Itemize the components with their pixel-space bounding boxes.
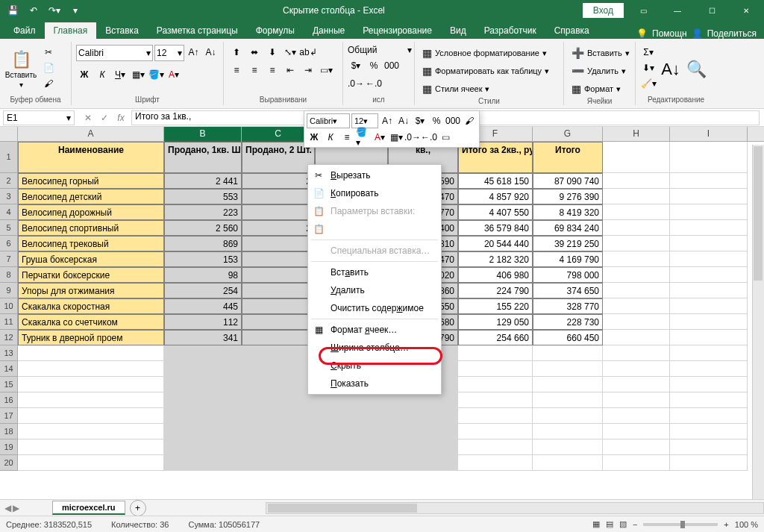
close-icon[interactable]: ✕ (731, 0, 761, 21)
borders-icon[interactable]: ▦▾ (130, 67, 146, 82)
cell[interactable] (458, 392, 533, 408)
cell[interactable]: Скакалка скоростная (18, 298, 164, 314)
cell[interactable] (533, 377, 603, 392)
cell[interactable] (670, 455, 748, 471)
cell[interactable]: Продано, 1кв. Шт. (164, 142, 242, 173)
share-icon[interactable]: 👤 (692, 28, 703, 39)
add-sheet-button[interactable]: + (130, 500, 146, 516)
cell[interactable] (670, 345, 748, 361)
ribbon-display-icon[interactable]: ▭ (628, 0, 658, 21)
cell[interactable] (315, 424, 388, 439)
cell[interactable]: 254 (164, 283, 242, 298)
orientation-icon[interactable]: ⤡▾ (282, 45, 298, 60)
cell[interactable]: 224 790 (458, 283, 533, 298)
col-header-g[interactable]: G (533, 127, 603, 141)
cell[interactable] (18, 361, 164, 377)
cell[interactable] (533, 408, 603, 424)
cm-clear[interactable]: Очистить содержимое (308, 299, 441, 317)
cell[interactable]: Велосипед спортивный (18, 220, 164, 236)
cell[interactable]: 553 (164, 189, 242, 204)
cell[interactable]: 69 834 240 (533, 220, 603, 236)
row-header[interactable]: 9 (0, 283, 18, 298)
cell[interactable] (603, 173, 670, 189)
cell[interactable] (670, 189, 748, 204)
tab-data[interactable]: Данные (304, 22, 354, 39)
cell[interactable] (458, 439, 533, 455)
cell[interactable] (242, 204, 315, 220)
row-header[interactable]: 17 (0, 408, 18, 424)
cell[interactable] (670, 220, 748, 236)
cancel-formula-icon[interactable]: ✕ (81, 110, 96, 125)
fx-icon[interactable]: fx (113, 110, 128, 125)
format-painter-icon[interactable]: 🖌 (40, 76, 57, 91)
cell[interactable]: Упоры для отжимания (18, 283, 164, 298)
font-color-icon[interactable]: A▾ (166, 67, 182, 82)
cell[interactable]: Скакалка со счетчиком (18, 314, 164, 330)
mini-percent-icon[interactable]: % (429, 113, 444, 128)
cell[interactable] (164, 455, 242, 471)
cell[interactable] (603, 408, 670, 424)
tab-review[interactable]: Рецензирование (354, 22, 441, 39)
zoom-slider[interactable] (643, 523, 718, 526)
fill-color-icon[interactable]: 🪣▾ (148, 67, 164, 82)
tab-formulas[interactable]: Формулы (247, 22, 304, 39)
mini-font-color-icon[interactable]: A▾ (372, 130, 387, 145)
cell[interactable] (670, 298, 748, 314)
cell[interactable]: 39 219 250 (533, 236, 603, 251)
cell-styles-button[interactable]: ▦Стили ячеек▾ (419, 81, 559, 97)
cell[interactable]: 45 618 150 (458, 173, 533, 189)
cell[interactable] (242, 408, 315, 424)
cell[interactable] (242, 236, 315, 251)
cell[interactable] (388, 439, 458, 455)
cell[interactable] (670, 142, 748, 173)
cell[interactable] (458, 345, 533, 361)
cell[interactable] (242, 392, 315, 408)
cell[interactable] (603, 314, 670, 330)
cell[interactable] (388, 392, 458, 408)
increase-decimal-icon[interactable]: .0→ (348, 76, 364, 91)
insert-cells-button[interactable]: ➕Вставить▾ (569, 45, 630, 61)
cm-cut[interactable]: ✂Вырезать (308, 166, 441, 184)
cell[interactable] (603, 236, 670, 251)
row-header[interactable]: 5 (0, 220, 18, 236)
copy-icon[interactable]: 📄 (40, 60, 57, 75)
row-header[interactable]: 16 (0, 392, 18, 408)
row-header[interactable]: 12 (0, 330, 18, 345)
cell[interactable] (315, 408, 388, 424)
cell[interactable] (242, 377, 315, 392)
cell[interactable] (242, 330, 315, 345)
col-header-b[interactable]: B (164, 127, 242, 141)
cell[interactable]: Наименование (18, 142, 164, 173)
cm-format-cells[interactable]: ▦Формат ячеек… (308, 321, 441, 339)
mini-bold-icon[interactable]: Ж (307, 130, 322, 145)
cell[interactable] (670, 439, 748, 455)
cell[interactable] (603, 189, 670, 204)
cell[interactable]: 798 000 (533, 267, 603, 283)
decrease-indent-icon[interactable]: ⇤ (282, 63, 298, 78)
cell[interactable] (164, 408, 242, 424)
cell[interactable] (603, 267, 670, 283)
row-header[interactable]: 11 (0, 314, 18, 330)
cell[interactable] (670, 251, 748, 267)
cell[interactable]: 4 407 550 (458, 204, 533, 220)
mini-merge-icon[interactable]: ▭ (438, 130, 453, 145)
cell[interactable] (603, 330, 670, 345)
italic-icon[interactable]: К (94, 67, 110, 82)
cell[interactable]: 406 980 (458, 267, 533, 283)
cell[interactable]: 87 090 740 (533, 173, 603, 189)
cell[interactable] (603, 251, 670, 267)
tab-insert[interactable]: Вставка (96, 22, 148, 39)
mini-italic-icon[interactable]: К (323, 130, 338, 145)
cell[interactable] (242, 314, 315, 330)
align-right-icon[interactable]: ≡ (264, 63, 281, 78)
cell[interactable] (458, 408, 533, 424)
cell[interactable] (670, 408, 748, 424)
cell[interactable] (18, 408, 164, 424)
cell[interactable] (242, 424, 315, 439)
cell[interactable] (164, 392, 242, 408)
row-header[interactable]: 15 (0, 377, 18, 392)
cell[interactable]: Перчатки боксерские (18, 267, 164, 283)
cell[interactable]: 4 857 920 (458, 189, 533, 204)
comma-icon[interactable]: 000 (383, 58, 400, 73)
merge-icon[interactable]: ▭▾ (318, 63, 334, 78)
